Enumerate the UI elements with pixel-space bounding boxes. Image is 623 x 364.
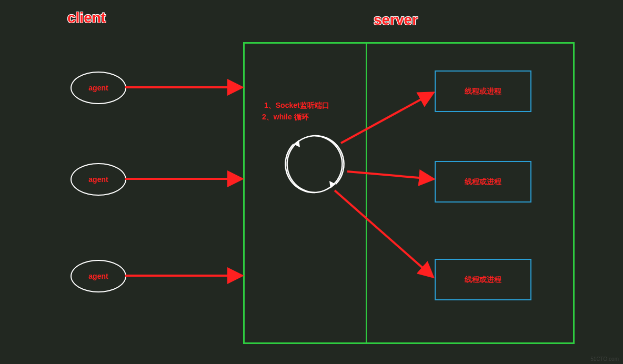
thread-label: 线程或进程 bbox=[465, 177, 501, 187]
note-text-2: 2、while 循环 bbox=[262, 112, 309, 123]
loop-circle bbox=[283, 133, 346, 196]
thread-label: 线程或进程 bbox=[465, 87, 501, 96]
watermark: 51CTO.com bbox=[590, 356, 619, 362]
agent-label: agent bbox=[88, 272, 108, 280]
note-text-1: 1、Socket监听端口 bbox=[264, 100, 329, 111]
agent-oval-1: agent bbox=[71, 72, 126, 104]
server-title: server bbox=[374, 12, 418, 28]
thread-label: 线程或进程 bbox=[465, 275, 501, 285]
thread-box-2: 线程或进程 bbox=[435, 161, 531, 203]
thread-box-1: 线程或进程 bbox=[435, 70, 531, 112]
thread-box-3: 线程或进程 bbox=[435, 259, 531, 300]
agent-label: agent bbox=[88, 175, 108, 184]
agent-oval-3: agent bbox=[71, 260, 126, 292]
svg-marker-1 bbox=[329, 181, 336, 188]
client-title: client bbox=[67, 9, 106, 26]
agent-label: agent bbox=[88, 84, 108, 92]
agent-oval-2: agent bbox=[71, 163, 126, 196]
server-divider bbox=[366, 44, 367, 342]
